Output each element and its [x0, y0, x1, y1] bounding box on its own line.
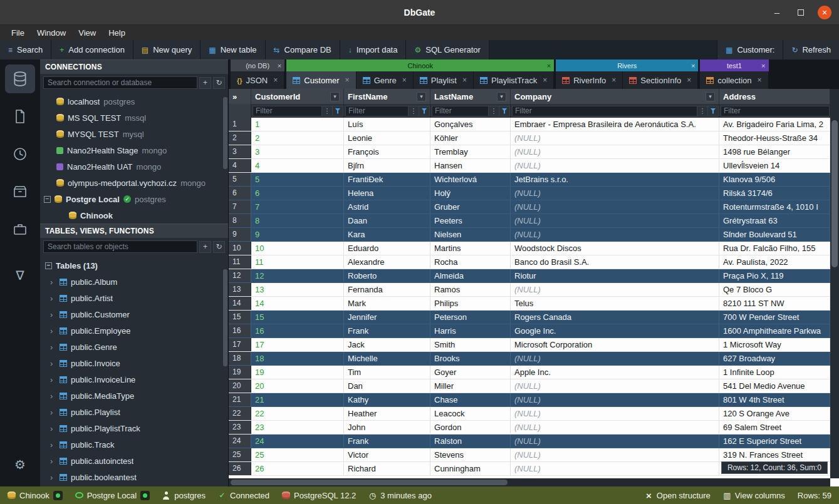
table-row[interactable]: 8 8 Daan Peeters (NULL) Grétrystraat 63: [229, 214, 830, 228]
cell-address[interactable]: Rotenturmstraße 4, 1010 I: [719, 200, 830, 213]
status-item[interactable]: Open structure: [645, 491, 711, 500]
cell-customerid[interactable]: 18: [251, 352, 344, 365]
close-icon[interactable]: ×: [278, 62, 281, 69]
table-row[interactable]: 9 9 Kara Nielsen (NULL) Sſnder Boulevard…: [229, 228, 830, 242]
status-item[interactable]: postgres: [162, 491, 206, 500]
cell-lastname[interactable]: Ramos: [430, 283, 511, 296]
chevron-right-icon[interactable]: ›: [50, 277, 56, 287]
table-item[interactable]: › public.Invoice: [40, 355, 228, 371]
cell-customerid[interactable]: 12: [251, 269, 344, 282]
toolbar-button[interactable]: ▦ Customer:: [717, 40, 783, 59]
cell-address[interactable]: Av. Brigadeiro Faria Lima, 2: [719, 118, 830, 131]
close-icon[interactable]: ×: [691, 62, 695, 69]
cell-address[interactable]: Klanova 9/506: [719, 173, 830, 186]
chevron-right-icon[interactable]: ›: [50, 326, 56, 336]
cell-company[interactable]: (NULL): [511, 145, 719, 158]
cell-lastname[interactable]: Stevens: [430, 448, 511, 461]
filter-menu-icon[interactable]: ⋮: [489, 106, 499, 116]
cell-customerid[interactable]: 8: [251, 214, 344, 227]
close-icon[interactable]: ×: [547, 62, 551, 69]
toolbar-button[interactable]: ⚙ SQL Generator: [406, 40, 489, 59]
cell-address[interactable]: 1 Infinite Loop: [719, 366, 830, 379]
cell-firstname[interactable]: Luís: [344, 118, 430, 131]
cell-address[interactable]: 1498 rue Bélanger: [719, 145, 830, 158]
cell-address[interactable]: 69 Salem Street: [719, 421, 830, 434]
cell-address[interactable]: 8210 111 ST NW: [719, 297, 830, 310]
filter-funnel-icon[interactable]: [419, 106, 430, 116]
table-row[interactable]: 17 17 Jack Smith Microsoft Corporation 1…: [229, 338, 830, 352]
connection-item[interactable]: − Nano2Health UAT ✓ mongo: [40, 158, 228, 175]
filter-funnel-icon[interactable]: [333, 106, 343, 116]
cell-firstname[interactable]: Richard: [344, 462, 430, 475]
file-tab[interactable]: Playlist ×: [414, 71, 474, 89]
cell-lastname[interactable]: Peterson: [430, 311, 511, 324]
cell-customerid[interactable]: 21: [251, 393, 344, 406]
cell-company[interactable]: Microsoft Corporation: [511, 338, 719, 351]
close-icon[interactable]: ×: [273, 76, 278, 85]
chevron-right-icon[interactable]: ›: [50, 408, 56, 417]
chevron-down-icon[interactable]: ▾: [706, 92, 715, 101]
file-tab[interactable]: PlaylistTrack ×: [474, 71, 554, 89]
toolbar-button[interactable]: ⇆ Compare DB: [266, 40, 340, 59]
cell-customerid[interactable]: 26: [251, 462, 344, 475]
filter-funnel-icon[interactable]: [499, 106, 510, 116]
table-row[interactable]: 11 11 Alexandre Rocha Banco do Brasil S.…: [229, 255, 830, 269]
filter-input[interactable]: [253, 106, 322, 116]
cell-customerid[interactable]: 25: [251, 448, 344, 461]
cell-company[interactable]: Woodstock Discos: [511, 242, 719, 255]
cell-firstname[interactable]: Bjſrn: [344, 159, 430, 172]
cell-company[interactable]: (NULL): [511, 448, 719, 461]
cell-address[interactable]: Praça Pio X, 119: [719, 269, 830, 282]
cell-address[interactable]: 541 Del Medio Avenue: [719, 379, 830, 393]
cell-lastname[interactable]: Martins: [430, 242, 511, 255]
table-row[interactable]: 16 16 Frank Harris Google Inc. 1600 Amph…: [229, 324, 830, 338]
filter-funnel-icon[interactable]: [708, 106, 719, 116]
cell-firstname[interactable]: FrantiĐek: [344, 173, 430, 186]
cell-address[interactable]: Ullevĺlsveien 14: [719, 159, 830, 172]
table-item[interactable]: › public.Album: [40, 274, 228, 290]
table-item[interactable]: › public.Genre: [40, 339, 228, 355]
cell-customerid[interactable]: 22: [251, 407, 344, 420]
scrollbar-thumb[interactable]: [831, 120, 838, 267]
cell-firstname[interactable]: Frank: [344, 435, 430, 448]
cell-firstname[interactable]: Kara: [344, 228, 430, 241]
nav-files[interactable]: [5, 102, 35, 131]
table-row[interactable]: 7 7 Astrid Gruber (NULL) Rotenturmstraße…: [229, 200, 830, 214]
cell-address[interactable]: 1600 Amphitheatre Parkwa: [719, 324, 830, 337]
cell-lastname[interactable]: Smith: [430, 338, 511, 351]
maximize-button[interactable]: [794, 6, 808, 19]
connections-scrollbar[interactable]: [223, 97, 227, 169]
database-group-tab[interactable]: test1 ×: [700, 59, 768, 71]
table-item[interactable]: › public.Customer: [40, 306, 228, 322]
cell-lastname[interactable]: Rocha: [430, 255, 511, 269]
chevron-right-icon[interactable]: ›: [50, 294, 56, 303]
table-row[interactable]: 4 4 Bjſrn Hansen (NULL) Ullevĺlsveien 14: [229, 159, 830, 173]
cell-firstname[interactable]: Michelle: [344, 352, 430, 365]
cell-company[interactable]: (NULL): [511, 352, 719, 365]
close-icon[interactable]: ×: [687, 76, 691, 85]
cell-firstname[interactable]: John: [344, 421, 430, 434]
column-header-lastname[interactable]: LastName▾: [430, 89, 511, 104]
connection-item[interactable]: − MYSQL TEST ✓ mysql: [40, 126, 228, 142]
settings-button[interactable]: ⚙: [5, 450, 35, 479]
column-header-customerid[interactable]: CustomerId▾: [251, 89, 344, 104]
filter-input[interactable]: [512, 106, 697, 116]
table-row[interactable]: 10 10 Eduardo Martins Woodstock Discos R…: [229, 242, 830, 255]
close-icon[interactable]: ×: [462, 76, 467, 85]
cell-company[interactable]: (NULL): [511, 214, 719, 227]
table-row[interactable]: 5 5 FrantiĐek Wichterlová JetBrains s.r.…: [229, 173, 830, 187]
cell-address[interactable]: 162 E Superior Street: [719, 435, 830, 448]
table-row[interactable]: 25 25 Victor Stevens (NULL) 319 N. Franc…: [229, 448, 830, 462]
collapse-icon[interactable]: −: [44, 196, 51, 203]
refresh-connections-button[interactable]: ↻: [213, 77, 225, 89]
cell-company[interactable]: Banco do Brasil S.A.: [511, 255, 719, 269]
chevron-down-icon[interactable]: ▾: [417, 92, 426, 101]
cell-customerid[interactable]: 15: [251, 311, 344, 324]
cell-lastname[interactable]: Tremblay: [430, 145, 511, 158]
chevron-right-icon[interactable]: ›: [50, 440, 56, 450]
toolbar-button[interactable]: ≡ Search: [0, 40, 51, 59]
table-row[interactable]: 2 2 Leonie Köhler (NULL) Theodor-Heuss-S…: [229, 131, 830, 145]
filter-input[interactable]: [432, 106, 489, 116]
status-item[interactable]: Postgre Local: [75, 491, 150, 500]
cell-lastname[interactable]: Köhler: [430, 131, 511, 145]
